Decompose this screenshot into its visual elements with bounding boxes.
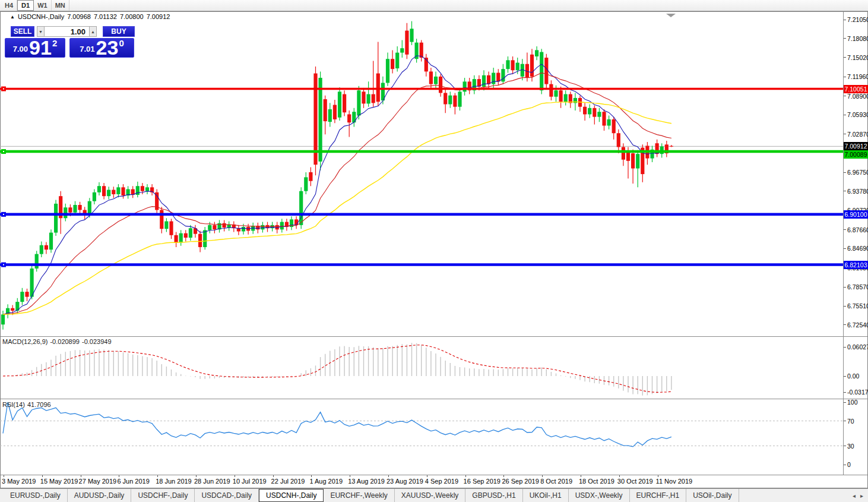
volume-increase-button[interactable]: ▲ xyxy=(89,26,97,37)
price-axis[interactable]: 7.210507.180807.150207.119607.089007.059… xyxy=(844,12,868,475)
candle-body xyxy=(434,77,438,84)
date-tick-label: 8 Oct 2019 xyxy=(540,478,572,485)
price-tick-mark xyxy=(844,229,846,230)
candle-body xyxy=(463,81,467,91)
price-tick-label: 7.08900 xyxy=(847,93,868,100)
price-tick-mark xyxy=(844,134,846,134)
candle-body xyxy=(564,94,568,102)
candle-body xyxy=(93,192,96,201)
date-tick-label: 13 Aug 2019 xyxy=(348,478,385,485)
chart-tab-eurchf-h1[interactable]: EURCHF-,H1 xyxy=(630,489,687,502)
chart-tab-usdx-weekly[interactable]: USDX-,Weekly xyxy=(569,489,630,502)
open-value: 7.00968 xyxy=(67,13,91,20)
chart-tab-audusd-daily[interactable]: AUDUSD-,Daily xyxy=(68,489,132,502)
sell-button[interactable]: SELL xyxy=(11,26,34,37)
price-tick-label: 7.11960 xyxy=(847,73,868,80)
date-tick-mark xyxy=(542,475,543,477)
collapse-icon[interactable]: ▲ xyxy=(10,14,15,20)
chart-plot-area[interactable] xyxy=(0,12,844,475)
date-tick-mark xyxy=(81,475,81,477)
tab-scroll-left-icon[interactable]: ◂ xyxy=(853,492,856,499)
candle-body xyxy=(410,29,413,42)
high-value: 7.01132 xyxy=(94,13,117,20)
candle-body xyxy=(395,53,399,68)
buy-button[interactable]: BUY xyxy=(103,26,135,37)
rsi-label: RSI(14)41.7096 xyxy=(2,401,53,408)
chart-shift-marker-icon[interactable] xyxy=(666,14,676,17)
tab-scroll-right-icon[interactable]: ▸ xyxy=(860,492,863,499)
price-tick-label: 6.72540 xyxy=(847,321,868,329)
chart-tab-ukoil-h1[interactable]: UKOil-,H1 xyxy=(523,489,569,502)
chart-tab-gbpusd-h1[interactable]: GBPUSD-,H1 xyxy=(465,489,522,502)
sell-quote-button[interactable]: 7.00 91 2 xyxy=(5,38,65,58)
date-tick-label: 15 May 2019 xyxy=(40,478,78,485)
candle-body xyxy=(482,75,486,87)
chart-tab-usdchf-daily[interactable]: USDCHF-,Daily xyxy=(131,489,195,502)
candle-body xyxy=(68,207,72,212)
candle-body xyxy=(338,91,341,117)
chart-tab-xauusd-weekly[interactable]: XAUUSD-,Weekly xyxy=(395,489,465,502)
candle-body xyxy=(160,210,163,229)
price-line-tag: 6.90100 xyxy=(844,210,868,219)
candle-body xyxy=(328,109,332,122)
bid-price-prefix: 7.00 xyxy=(13,45,28,53)
candle-body xyxy=(121,187,125,195)
low-value: 7.00800 xyxy=(120,13,144,20)
candle-body xyxy=(540,52,543,91)
date-tick-label: 18 Jun 2019 xyxy=(156,478,192,485)
date-tick-label: 18 Oct 2019 xyxy=(579,478,614,485)
macd-signal-value: -0.023949 xyxy=(82,338,112,345)
candle-body xyxy=(88,201,91,215)
volume-decrease-button[interactable]: ▼ xyxy=(37,26,45,37)
candle-body xyxy=(20,292,24,302)
timeframe-button-W1[interactable]: W1 xyxy=(34,0,52,11)
chart-tab-eurchf-weekly[interactable]: EURCHF-,Weekly xyxy=(324,489,394,502)
date-tick-mark xyxy=(273,475,274,477)
macd-pane-separator[interactable] xyxy=(1,336,867,337)
chart-ohlc-title: ▲USDCNH-,Daily7.009687.011327.008007.009… xyxy=(10,13,173,20)
chart-tab-usdcad-daily[interactable]: USDCAD-,Daily xyxy=(195,489,259,502)
candle-body xyxy=(544,58,548,84)
timeframe-button-D1[interactable]: D1 xyxy=(17,0,34,11)
candle-body xyxy=(458,91,461,106)
candle-body xyxy=(184,233,188,238)
chart-tab-usdcnh-daily[interactable]: USDCNH-,Daily xyxy=(259,489,324,502)
buy-quote-button[interactable]: 7.01 23 0 xyxy=(69,38,134,58)
chart-tab-usoil-daily[interactable]: USOil-,Daily xyxy=(686,489,739,502)
date-tick-label: 27 May 2019 xyxy=(79,478,117,485)
candle-body xyxy=(40,245,43,254)
candle-body xyxy=(304,177,308,191)
price-tick-label: 6.75510 xyxy=(847,302,868,310)
candle-body xyxy=(357,90,360,115)
date-tick-mark xyxy=(42,475,43,477)
date-axis[interactable]: 3 May 201915 May 201927 May 20196 Jun 20… xyxy=(1,475,843,488)
macd-axis-label: -0.031725 xyxy=(847,389,868,396)
candle-body xyxy=(343,94,346,113)
timeframe-button-MN[interactable]: MN xyxy=(52,0,69,11)
candle-body xyxy=(535,50,538,56)
price-tick-label: 7.15020 xyxy=(847,54,868,61)
ask-price-pip: 0 xyxy=(119,38,123,48)
price-tick-mark xyxy=(844,191,846,191)
candle-body xyxy=(631,153,635,168)
candle-body xyxy=(386,59,389,83)
candle-body xyxy=(506,60,509,69)
price-tick-label: 7.18080 xyxy=(847,35,868,42)
candle-body xyxy=(549,84,553,97)
candle-body xyxy=(280,222,284,230)
chart-symbol-label: USDCNH-,Daily xyxy=(18,13,64,20)
timeframe-button-H4[interactable]: H4 xyxy=(1,0,17,11)
date-tick-label: 30 Oct 2019 xyxy=(617,478,653,485)
price-tick-label: 7.02870 xyxy=(847,131,868,138)
candle-body xyxy=(73,205,77,213)
rsi-tick-mark xyxy=(844,446,846,446)
chart-tab-eurusd-daily[interactable]: EURUSD-,Daily xyxy=(4,489,68,502)
volume-input[interactable] xyxy=(45,26,89,37)
candle-body xyxy=(141,186,144,191)
candle-body xyxy=(64,207,67,218)
price-tick-mark xyxy=(844,57,846,58)
rsi-pane-separator[interactable] xyxy=(1,399,867,399)
price-line-tag: 7.00912 xyxy=(844,142,868,150)
candle-body xyxy=(367,94,370,104)
candle-body xyxy=(223,223,226,228)
